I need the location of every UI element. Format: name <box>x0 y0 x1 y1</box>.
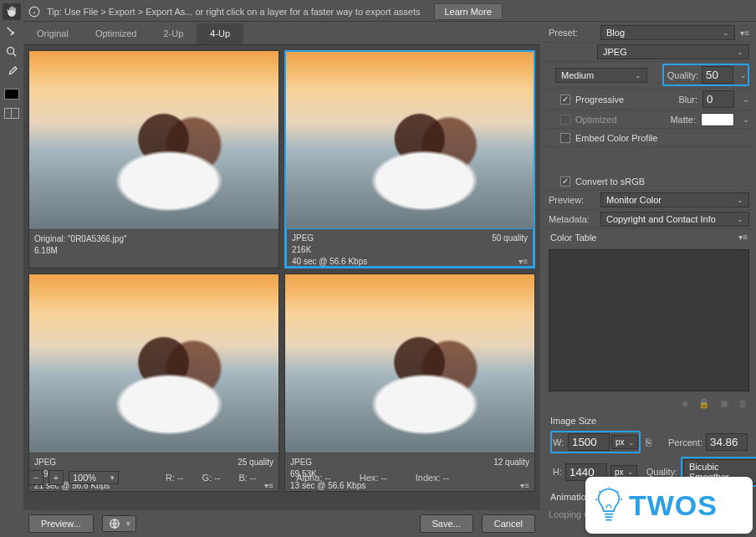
blur-input[interactable] <box>702 90 734 108</box>
chevron-down-icon[interactable]: ⌄ <box>743 115 749 124</box>
preview-cell-jpeg-12[interactable]: JPEG12 quality 69.53K 13 sec @ 56.6 Kbps… <box>284 274 535 492</box>
metadata-select[interactable]: Copyright and Contact Info⌄ <box>600 212 749 227</box>
color-table-menu-icon[interactable]: ▾≡ <box>738 233 748 243</box>
format-select[interactable]: JPEG⌄ <box>597 44 749 59</box>
preview-quality: 50 quality <box>492 233 528 244</box>
trash-icon[interactable]: 🗑 <box>738 398 748 409</box>
width-input[interactable] <box>568 433 610 451</box>
tool-sidebar <box>0 2 23 119</box>
preview-format: Original: "0R0A5366.jpg" <box>34 233 127 245</box>
dialog-buttons: Preview... ▾ Save... Cancel <box>23 512 540 535</box>
resample-quality-label: Quality: <box>644 467 677 477</box>
tip-text: Tip: Use File > Export > Export As... or… <box>47 7 421 17</box>
tab-original[interactable]: Original <box>23 23 82 44</box>
preview-thumbnail <box>29 51 278 229</box>
preview-format: JPEG <box>290 457 312 468</box>
h-label: H: <box>550 467 562 477</box>
eyedropper-tool[interactable] <box>3 64 21 80</box>
zoom-in-button[interactable]: + <box>49 470 64 485</box>
w-label: W: <box>553 437 566 448</box>
save-button[interactable]: Save... <box>420 514 473 533</box>
foreground-color-swatch[interactable] <box>4 89 19 100</box>
globe-icon <box>108 518 121 529</box>
twos-watermark: TWOS <box>585 477 753 534</box>
readout-index: Index: -- <box>416 473 449 483</box>
preview-info: JPEG50 quality 216K 40 sec @ 56.6 Kbps▾≡ <box>286 228 534 267</box>
zoom-select[interactable]: 100%▾ <box>69 471 119 484</box>
preview-grid: Original: "0R0A5366.jpg" 6.18M JPEG50 qu… <box>23 45 540 497</box>
chevron-down-icon: ▾ <box>110 473 115 482</box>
preview-size: 216K <box>292 244 528 256</box>
toggle-slices-icon[interactable] <box>4 108 19 119</box>
width-highlight: W: px⌄ <box>550 431 641 453</box>
percent-label: Percent: <box>668 437 702 448</box>
preset-select[interactable]: Blog⌄ <box>600 25 735 40</box>
convert-srgb-label: Convert to sRGB <box>575 176 645 187</box>
chevron-down-icon[interactable]: ⌄ <box>740 71 747 79</box>
preview-cell-jpeg-25[interactable]: JPEG25 quality 109.8K 21 sec @ 56.6 Kbps… <box>28 274 279 492</box>
preview-quality: 25 quality <box>238 457 273 468</box>
cancel-button[interactable]: Cancel <box>482 514 535 533</box>
preview-size: 6.18M <box>34 245 273 257</box>
preset-menu-icon[interactable]: ▾≡ <box>740 28 749 38</box>
hand-tool[interactable] <box>3 3 21 20</box>
embed-profile-label: Embed Color Profile <box>575 133 657 143</box>
chevron-down-icon: ⌄ <box>723 28 729 37</box>
main-panel: Original Optimized 2-Up 4-Up Original: "… <box>23 23 540 510</box>
preview-cell-original[interactable]: Original: "0R0A5366.jpg" 6.18M <box>28 50 279 268</box>
readout-b: B: -- <box>238 473 256 483</box>
settings-panel: Preset: Blog⌄ ▾≡ JPEG⌄ Medium⌄ Quality: … <box>544 23 754 535</box>
readout-hex: Hex: -- <box>360 473 387 483</box>
chevron-down-icon: ⌄ <box>635 71 641 79</box>
quality-label: Quality: <box>665 70 698 80</box>
matte-swatch[interactable] <box>701 113 734 126</box>
preview-options-icon[interactable]: ▾≡ <box>518 256 528 268</box>
chevron-down-icon: ▾ <box>126 519 130 528</box>
view-tabs: Original Optimized 2-Up 4-Up <box>23 23 540 45</box>
preview-button[interactable]: Preview... <box>28 514 94 533</box>
lightbulb-icon <box>594 486 624 524</box>
matte-label: Matte: <box>662 115 696 125</box>
preview-cell-jpeg-50[interactable]: JPEG50 quality 216K 40 sec @ 56.6 Kbps▾≡ <box>284 50 535 268</box>
chevron-down-icon: ⌄ <box>737 48 743 56</box>
svg-point-0 <box>8 48 14 54</box>
image-size-title: Image Size <box>544 412 754 429</box>
zoom-tool[interactable] <box>3 43 21 60</box>
quality-highlight: Quality: ⌄ <box>662 64 749 86</box>
width-unit-select[interactable]: px⌄ <box>611 435 638 449</box>
tip-bar: Tip: Use File > Export > Export As... or… <box>23 2 756 22</box>
eyedropper-icon[interactable]: ◈ <box>682 398 688 409</box>
preview-select[interactable]: Monitor Color⌄ <box>600 192 749 207</box>
preview-info: Original: "0R0A5366.jpg" 6.18M <box>29 229 278 268</box>
readout-r: R: -- <box>166 473 183 483</box>
slice-tool[interactable] <box>3 23 21 40</box>
lock-icon[interactable]: 🔒 <box>698 398 710 409</box>
quality-preset-select[interactable]: Medium⌄ <box>555 68 647 83</box>
chevron-down-icon[interactable]: ⌄ <box>743 95 749 104</box>
readout-g: G: -- <box>202 473 220 483</box>
optimized-label: Optimized <box>575 115 617 125</box>
tab-2up[interactable]: 2-Up <box>150 23 197 44</box>
embed-profile-checkbox[interactable] <box>560 133 570 143</box>
color-table-title: Color Table <box>550 233 596 243</box>
link-dimensions-icon[interactable]: ⎘ <box>644 437 653 448</box>
color-table-toolbar: ◈ 🔒 ▣ 🗑 <box>544 395 754 412</box>
new-color-icon[interactable]: ▣ <box>720 398 728 409</box>
learn-more-button[interactable]: Learn More <box>434 3 503 20</box>
metadata-label: Metadata: <box>549 214 595 224</box>
quality-input[interactable] <box>702 66 733 84</box>
preview-format: JPEG <box>34 457 56 468</box>
progressive-checkbox[interactable] <box>560 95 570 105</box>
zoom-out-button[interactable]: − <box>28 470 43 485</box>
readout-alpha: Alpha: -- <box>296 473 331 483</box>
preview-thumbnail <box>285 274 534 453</box>
tab-4up[interactable]: 4-Up <box>197 23 243 44</box>
percent-input[interactable] <box>706 433 748 451</box>
optimized-checkbox <box>560 115 570 125</box>
convert-srgb-checkbox[interactable] <box>560 176 570 187</box>
blur-label: Blur: <box>664 95 697 105</box>
chevron-down-icon: ⌄ <box>737 196 743 204</box>
tab-optimized[interactable]: Optimized <box>82 23 151 44</box>
info-icon <box>28 6 40 18</box>
browser-preview-menu[interactable]: ▾ <box>102 515 136 532</box>
